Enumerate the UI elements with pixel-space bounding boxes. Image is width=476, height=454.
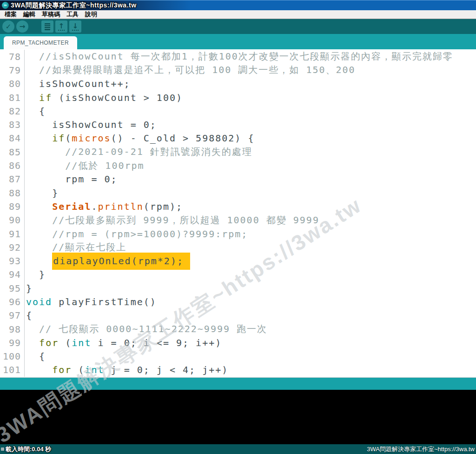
- line-number: 82: [0, 104, 25, 118]
- line-number: 88: [0, 186, 25, 200]
- code-text: //如果覺得眼睛還是追不上，可以把 100 調大一些，如 150、200: [25, 64, 356, 76]
- code-text: diaplayOnLed(rpm*2);: [25, 255, 190, 267]
- code-line[interactable]: 79 //如果覺得眼睛還是追不上，可以把 100 調大一些，如 150、200: [0, 63, 476, 77]
- line-number: 84: [0, 132, 25, 145]
- check-icon: ✓: [6, 23, 12, 30]
- code-text: Serial.println(rpm);: [25, 201, 183, 212]
- code-line[interactable]: 99 for (int i = 0; i <= 9; i++): [0, 336, 476, 349]
- code-line[interactable]: 100 {: [0, 350, 476, 363]
- code-text: for (int i = 0; i <= 9; i++): [25, 337, 222, 348]
- code-line[interactable]: 90 //七段最多顯示到 9999，所以超過 10000 都變 9999: [0, 214, 476, 227]
- open-button[interactable]: ↑: [55, 20, 67, 33]
- menu-item-tools[interactable]: 工具: [63, 10, 82, 19]
- menu-item-edit[interactable]: 編輯: [20, 10, 39, 19]
- arrow-right-icon: →: [20, 23, 26, 30]
- line-number: 94: [0, 268, 25, 281]
- code-text: }: [25, 187, 59, 199]
- code-text: isShowCount++;: [25, 78, 131, 89]
- dotted-line-icon: [58, 30, 65, 31]
- arrow-down-icon: ↓: [73, 23, 79, 29]
- arrow-up-icon: ↑: [59, 23, 65, 29]
- line-number: 101: [0, 363, 25, 377]
- code-text: if(micros() - C_old > 598802) {: [25, 133, 254, 144]
- code-text: }: [25, 269, 46, 280]
- code-line[interactable]: 94 }: [0, 268, 476, 281]
- code-line[interactable]: 81 if (isShowCount > 100): [0, 91, 476, 104]
- code-text: rpm = 0;: [25, 174, 118, 185]
- line-number: 97: [0, 309, 25, 322]
- code-line[interactable]: 80 isShowCount++;: [0, 77, 476, 91]
- code-line[interactable]: 97{: [0, 309, 476, 322]
- line-number: 87: [0, 173, 25, 186]
- code-line[interactable]: 89 Serial.println(rpm);: [0, 200, 476, 213]
- code-text: //顯示在七段上: [25, 241, 126, 254]
- code-line[interactable]: 88 }: [0, 186, 476, 200]
- code-line[interactable]: 87 rpm = 0;: [0, 173, 476, 186]
- code-text: }: [25, 283, 33, 294]
- code-line[interactable]: 82 {: [0, 104, 476, 118]
- line-number: 90: [0, 214, 25, 227]
- title-bar: ∞ 3WA問題解決專家工作室~https://3wa.tw: [0, 0, 476, 10]
- code-line[interactable]: 92 //顯示在七段上: [0, 240, 476, 254]
- code-text: //低於 100rpm: [25, 160, 145, 172]
- code-line[interactable]: 101 for (int j = 0; j < 4; j++): [0, 363, 476, 377]
- code-text: isShowCount = 0;: [25, 119, 157, 130]
- line-number: 80: [0, 77, 25, 91]
- resize-grip-icon: [1, 447, 4, 451]
- bottom-status-bar: 載入時間:0.04 秒 3WA問題解決專家工作室~https://3wa.tw: [0, 444, 476, 454]
- code-line[interactable]: 98 // 七段顯示 0000~1111~2222~9999 跑一次: [0, 322, 476, 336]
- line-number: 91: [0, 227, 25, 240]
- line-number: 98: [0, 322, 25, 336]
- code-text: //2021-09-21 針對訊號源消失的處理: [25, 146, 252, 158]
- code-text: {: [25, 310, 33, 321]
- code-line[interactable]: 86 //低於 100rpm: [0, 159, 476, 172]
- line-number: 83: [0, 118, 25, 131]
- line-number: 89: [0, 200, 25, 213]
- menu-item-sketch[interactable]: 草稿碼: [39, 10, 63, 19]
- window-title: 3WA問題解決專家工作室~https://3wa.tw: [11, 1, 137, 10]
- line-number: 96: [0, 295, 25, 308]
- dotted-line-icon: [72, 30, 79, 31]
- line-number: 100: [0, 350, 25, 363]
- code-line[interactable]: 96void playFirstTime(): [0, 295, 476, 308]
- verify-button[interactable]: ✓: [2, 20, 14, 33]
- code-line[interactable]: 83 isShowCount = 0;: [0, 118, 476, 131]
- status-right-watermark: 3WA問題解決專家工作室~https://3wa.tw: [367, 445, 475, 454]
- document-icon: [45, 23, 50, 30]
- new-sketch-button[interactable]: [41, 20, 53, 33]
- line-number: 86: [0, 159, 25, 172]
- code-text: void playFirstTime(): [25, 296, 157, 307]
- code-text: {: [25, 351, 46, 362]
- code-line[interactable]: 91 //rpm = (rpm>=10000)?9999:rpm;: [0, 227, 476, 240]
- menu-item-help[interactable]: 說明: [82, 10, 100, 19]
- load-time-text: 載入時間:0.04 秒: [6, 445, 51, 454]
- toolbar: ✓→↑↓: [0, 19, 476, 34]
- code-text: //rpm = (rpm>=10000)?9999:rpm;: [25, 228, 248, 240]
- line-number: 99: [0, 336, 25, 349]
- code-line[interactable]: 85 //2021-09-21 針對訊號源消失的處理: [0, 145, 476, 159]
- code-line[interactable]: 93 diaplayOnLed(rpm*2);: [0, 254, 476, 267]
- code-line[interactable]: 95}: [0, 281, 476, 295]
- code-text: // 七段顯示 0000~1111~2222~9999 跑一次: [25, 323, 267, 335]
- code-text: {: [25, 106, 46, 117]
- menu-bar: 檔案編輯草稿碼工具說明: [0, 10, 476, 19]
- line-number: 95: [0, 281, 25, 295]
- line-number: 81: [0, 91, 25, 104]
- code-line[interactable]: 78 //isShowCount 每一次都加1，計數100次才改變一次七段顯示器…: [0, 50, 476, 63]
- save-button[interactable]: ↓: [69, 20, 81, 33]
- upload-button[interactable]: →: [16, 20, 28, 33]
- code-text: if (isShowCount > 100): [25, 92, 183, 103]
- tab-rpm_tachometer[interactable]: RPM_TACHOMETER: [4, 36, 77, 49]
- status-left: 載入時間:0.04 秒: [1, 445, 51, 454]
- line-number: 93: [0, 254, 25, 267]
- menu-item-file[interactable]: 檔案: [1, 10, 20, 19]
- line-number: 79: [0, 63, 25, 77]
- status-strip: [0, 377, 476, 390]
- code-line[interactable]: 84 if(micros() - C_old > 598802) {: [0, 132, 476, 145]
- code-editor[interactable]: 78 //isShowCount 每一次都加1，計數100次才改變一次七段顯示器…: [0, 49, 476, 377]
- highlighted-code[interactable]: diaplayOnLed(rpm*2);: [52, 253, 190, 270]
- line-number: 92: [0, 240, 25, 254]
- tab-label: RPM_TACHOMETER: [12, 40, 69, 46]
- code-text: //isShowCount 每一次都加1，計數100次才改變一次七段顯示器的內容…: [25, 50, 453, 63]
- line-number: 78: [0, 50, 25, 63]
